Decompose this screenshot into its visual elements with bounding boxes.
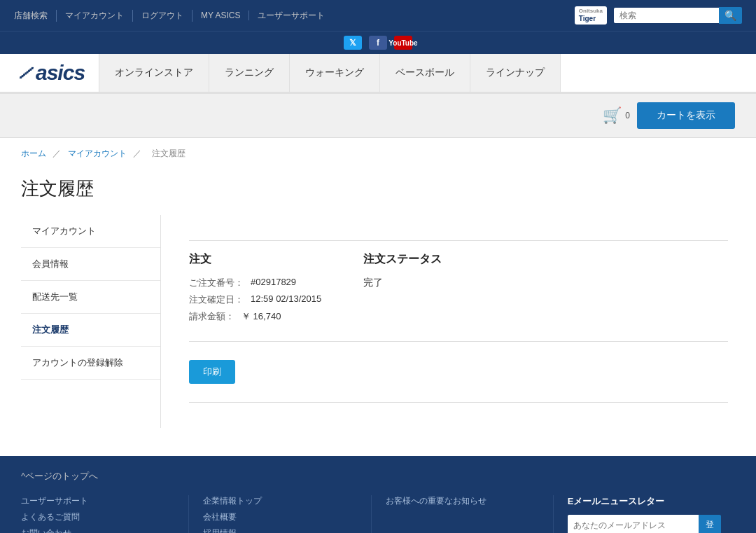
nav-tab-running[interactable]: ランニング [209, 54, 290, 92]
store-search-link[interactable]: 店舗検索 [14, 10, 57, 22]
nav-tab-walking[interactable]: ウォーキング [290, 54, 380, 92]
nav-tabs: オンラインストア ランニング ウォーキング ベースボール ラインナップ [99, 54, 561, 92]
user-support-link[interactable]: ユーザーサポート [249, 10, 333, 22]
facebook-icon[interactable]: f [369, 36, 387, 50]
breadcrumb-my-account[interactable]: マイアカウント [68, 148, 127, 158]
order-status-value: 完了 [363, 277, 442, 289]
order-date-row: 注文確定日： 12:59 02/13/2015 [189, 293, 321, 306]
sidebar-item-shipping[interactable]: 配送先一覧 [21, 281, 160, 314]
breadcrumb-sep2: ／ [133, 148, 141, 158]
order-number-row: ご注文番号： #02917829 [189, 277, 321, 289]
newsletter-button[interactable]: 登 [699, 515, 721, 533]
newsletter-input-wrap: 登 [568, 515, 721, 533]
order-right: 注文ステータス 完了 [363, 252, 442, 327]
breadcrumb: ホーム ／ マイアカウント ／ 注文履歴 [0, 138, 756, 169]
bottom-divider [189, 402, 728, 403]
order-amount-value: ￥ 16,740 [241, 310, 281, 323]
sidebar-item-deregister[interactable]: アカウントの登録解除 [21, 347, 160, 380]
order-date-value: 12:59 02/13/2015 [251, 293, 321, 306]
order-number-label: ご注文番号： [189, 277, 244, 289]
nav-tab-online-store[interactable]: オンラインストア [99, 54, 209, 92]
logo-area: ⟋asics [0, 54, 99, 92]
footer-columns: ユーザーサポート よくあるご質問 お問い合わせ 企業情報トップ 会社概要 採用情… [21, 495, 735, 533]
twitter-icon[interactable]: 𝕏 [344, 36, 362, 50]
footer-link-contact[interactable]: お問い合わせ [21, 527, 174, 533]
breadcrumb-current: 注文履歴 [152, 148, 186, 158]
footer-col-newsletter: Eメールニュースレター 登 [568, 495, 735, 533]
mid-divider [189, 341, 728, 342]
breadcrumb-home[interactable]: ホーム [21, 148, 46, 158]
footer-link-user-support[interactable]: ユーザーサポート [21, 495, 174, 507]
onitsuka-tiger-logo: OnitsukaTiger [575, 6, 607, 25]
sidebar-item-member-info[interactable]: 会員情報 [21, 248, 160, 281]
footer: ^ページのトップへ ユーザーサポート よくあるご質問 お問い合わせ 企業情報トッ… [0, 456, 756, 533]
footer-link-notice[interactable]: お客様への重要なお知らせ [386, 495, 539, 507]
sidebar-item-order-history[interactable]: 注文履歴 [21, 314, 160, 347]
top-nav-links: 店舗検索 マイアカウント ログアウト MY ASICS ユーザーサポート [14, 10, 333, 22]
search-bar: 🔍 [614, 7, 742, 24]
newsletter-heading: Eメールニュースレター [568, 495, 721, 508]
content-wrapper: ホーム ／ マイアカウント ／ 注文履歴 注文履歴 マイアカウント 会員情報 配… [0, 138, 756, 456]
main-nav: ⟋asics オンラインストア ランニング ウォーキング ベースボール ラインナ… [0, 54, 756, 94]
order-date-label: 注文確定日： [189, 293, 244, 306]
search-input[interactable] [614, 8, 719, 23]
order-title: 注文 [189, 252, 321, 267]
order-amount-label: 請求金額： [189, 310, 234, 323]
footer-col-notice: お客様への重要なお知らせ [386, 495, 554, 533]
cart-button[interactable]: カートを表示 [637, 102, 735, 129]
social-bar: 𝕏 f YouTube [0, 31, 756, 54]
main-content: 注文 ご注文番号： #02917829 注文確定日： 12:59 02/13/2… [161, 215, 756, 428]
order-amount-row: 請求金額： ￥ 16,740 [189, 310, 321, 323]
sidebar: マイアカウント 会員情報 配送先一覧 注文履歴 アカウントの登録解除 [21, 215, 161, 428]
page-title: 注文履歴 [0, 169, 756, 215]
order-status-title: 注文ステータス [363, 252, 442, 267]
cart-count: 0 [625, 111, 630, 120]
footer-back-to-top[interactable]: ^ページのトップへ [21, 470, 735, 483]
asics-logo: ⟋asics [14, 61, 85, 85]
nav-tab-lineup[interactable]: ラインナップ [470, 54, 561, 92]
print-button[interactable]: 印刷 [189, 360, 235, 384]
logout-link[interactable]: ログアウト [133, 10, 192, 22]
order-section: 注文 ご注文番号： #02917829 注文確定日： 12:59 02/13/2… [189, 252, 728, 327]
youtube-icon[interactable]: YouTube [394, 36, 412, 50]
footer-link-company-recruit[interactable]: 採用情報 [203, 527, 356, 533]
footer-link-company-about[interactable]: 会社概要 [203, 511, 356, 523]
top-divider [189, 240, 728, 241]
footer-col-company: 企業情報トップ 会社概要 採用情報 [203, 495, 371, 533]
my-asics-link[interactable]: MY ASICS [192, 11, 249, 20]
main-layout: マイアカウント 会員情報 配送先一覧 注文履歴 アカウントの登録解除 注文 ご注… [0, 215, 756, 456]
cart-bar: 🛒 0 カートを表示 [0, 94, 756, 138]
top-nav: 店舗検索 マイアカウント ログアウト MY ASICS ユーザーサポート Oni… [0, 0, 756, 31]
breadcrumb-sep1: ／ [52, 148, 61, 158]
nav-tab-baseball[interactable]: ベースボール [380, 54, 470, 92]
cart-icon: 🛒 [603, 106, 622, 125]
top-nav-right: OnitsukaTiger 🔍 [575, 6, 742, 25]
order-left: 注文 ご注文番号： #02917829 注文確定日： 12:59 02/13/2… [189, 252, 321, 327]
my-account-link[interactable]: マイアカウント [57, 10, 133, 22]
cart-icon-wrap[interactable]: 🛒 0 [603, 106, 630, 125]
search-button[interactable]: 🔍 [719, 7, 742, 24]
order-number-value: #02917829 [251, 277, 296, 289]
sidebar-item-my-account[interactable]: マイアカウント [21, 215, 160, 248]
footer-link-faq[interactable]: よくあるご質問 [21, 511, 174, 523]
newsletter-input[interactable] [568, 515, 699, 533]
footer-col-support: ユーザーサポート よくあるご質問 お問い合わせ [21, 495, 189, 533]
footer-link-company-top[interactable]: 企業情報トップ [203, 495, 356, 507]
